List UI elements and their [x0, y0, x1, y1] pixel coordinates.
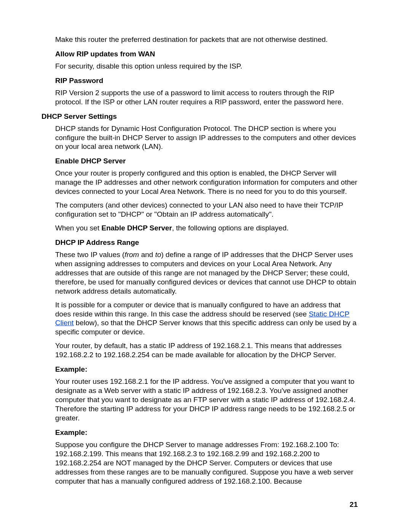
paragraph: When you set Enable DHCP Server, the fol… [55, 224, 358, 233]
heading-example: Example: [55, 428, 358, 437]
paragraph: It is possible for a computer or device … [55, 300, 358, 337]
paragraph: Make this router the preferred destinati… [55, 35, 358, 44]
text: , the following options are displayed. [172, 224, 288, 232]
paragraph: RIP Version 2 supports the use of a pass… [55, 88, 358, 107]
heading-example: Example: [55, 365, 358, 374]
text: These two IP values ( [55, 251, 124, 259]
paragraph: DHCP stands for Dynamic Host Configurati… [55, 124, 358, 152]
heading-ip-range: DHCP IP Address Range [55, 238, 358, 247]
heading-rip-password: RIP Password [55, 76, 358, 85]
heading-allow-rip: Allow RIP updates from WAN [55, 50, 358, 59]
page-number: 21 [350, 500, 358, 509]
heading-enable-dhcp: Enable DHCP Server [55, 157, 358, 166]
paragraph: These two IP values (from and to) define… [55, 250, 358, 296]
document-page: Make this router the preferred destinati… [0, 0, 411, 532]
paragraph: Your router uses 192.168.2.1 for the IP … [55, 377, 358, 423]
text: below), so that the DHCP Server knows th… [55, 319, 357, 336]
italic-text: to [155, 251, 161, 259]
bold-text: Enable DHCP Server [101, 224, 172, 232]
paragraph: The computers (and other devices) connec… [55, 201, 358, 219]
heading-dhcp-settings: DHCP Server Settings [41, 112, 358, 121]
text: It is possible for a computer or device … [55, 301, 341, 318]
italic-text: from [124, 251, 139, 259]
text: and [139, 251, 155, 259]
paragraph: Suppose you configure the DHCP Server to… [55, 440, 358, 486]
text: When you set [55, 224, 101, 232]
paragraph: For security, disable this option unless… [55, 62, 358, 71]
paragraph: Your router, by default, has a static IP… [55, 341, 358, 359]
paragraph: Once your router is properly configured … [55, 169, 358, 196]
